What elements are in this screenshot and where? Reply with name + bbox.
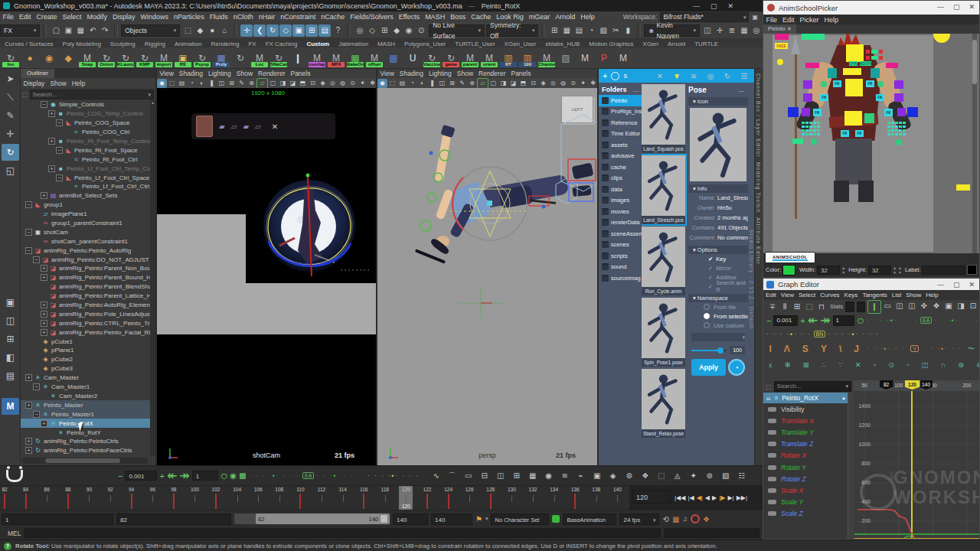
textured-icon[interactable]: ▱ (256, 78, 268, 89)
anim-layer-field[interactable]: BaseAnimation (563, 514, 616, 525)
shelf-item-channe[interactable]: MChanne (537, 48, 556, 68)
shelf-item-klaunch[interactable]: ↻KLaunch (116, 48, 135, 68)
keyframe-tick-88[interactable] (67, 494, 69, 509)
key-settings-icon[interactable]: ❖ (703, 515, 710, 523)
menu-item--[interactable]: ⊕ (974, 360, 980, 369)
menu-item-edit[interactable]: Edit (763, 292, 779, 298)
icon-17[interactable]: ⊚ (704, 470, 716, 482)
picker-button[interactable] (803, 80, 812, 89)
animbot-minus-button[interactable]: − (766, 316, 771, 325)
outliner-item-peinto-rt-foot-space[interactable]: −◣Peinto_Rt_Foot_Space (21, 145, 150, 155)
loop-icon[interactable]: ⟲ (662, 515, 668, 523)
shelf-item-psyop[interactable]: ↻Psyop (193, 48, 211, 68)
step-forward-frame-button[interactable]: ▶| (727, 493, 734, 503)
menu-item-edit[interactable]: Edit (17, 13, 34, 21)
mel-input[interactable] (24, 528, 661, 538)
picker-button[interactable] (805, 63, 819, 68)
shelf-tab-xgen[interactable]: XGen (639, 41, 663, 47)
menu-item--[interactable]: ✻ (782, 360, 793, 369)
selection-mode-dropdown[interactable]: Objects▾ (121, 24, 180, 37)
outliner-item-group1[interactable]: −◣group1 (21, 201, 150, 210)
menu-item-help[interactable]: Help (69, 80, 87, 87)
folder-images[interactable]: images (599, 195, 642, 207)
stats-value-field[interactable] (857, 302, 865, 312)
picker-button[interactable] (879, 50, 883, 54)
height-field[interactable]: 32 (868, 266, 891, 275)
folder-reference[interactable]: Reference (599, 117, 642, 129)
section-options[interactable]: ▾ Options (688, 246, 748, 254)
close-button[interactable]: ✕ (728, 2, 734, 10)
outliner-item-animrig-peinto-parent-non-bound-and-proxy-he[interactable]: +◪animRig_Peinto:Parent_Non_Bound_and_Pr… (21, 264, 150, 273)
ab-slider-3[interactable]: · · · ·▪· · · · (368, 472, 420, 479)
ge-current-frame-marker[interactable]: 120 (905, 380, 920, 390)
charset-caret-icon[interactable]: ▾ (485, 516, 488, 522)
time-slider[interactable]: 1208284868890929496981001021041061081101… (0, 485, 629, 510)
maximize-button[interactable]: ▢ (710, 2, 717, 10)
shelf-tab-poly-modeling[interactable]: Poly Modeling (58, 41, 106, 47)
picker-button[interactable] (956, 184, 970, 191)
open-scene-icon[interactable]: ▣ (62, 24, 74, 37)
wireframe-icon[interactable]: ✎ (237, 79, 247, 88)
shelf-tab-animation[interactable]: Animation (170, 41, 207, 47)
outliner-item-peinto-master1[interactable]: −✳Peinto_Master1 (21, 409, 150, 419)
filter-icon[interactable]: ▼ (671, 70, 683, 82)
bookmark-icon[interactable]: ◔ (187, 79, 197, 88)
icon-3[interactable]: ◫ (906, 300, 918, 312)
menu-item-renderer[interactable]: Renderer (256, 70, 288, 77)
ab-plus-button[interactable]: + (159, 471, 164, 481)
picker-button[interactable] (871, 56, 877, 60)
range-slider[interactable]: 82 140 (234, 514, 390, 524)
animation-end-field[interactable]: 140 (431, 514, 472, 525)
menu-item-fields-solvers[interactable]: Fields/Solvers (348, 13, 397, 21)
outliner-item-cam-master2[interactable]: ✳Cam_Master2 (21, 392, 150, 401)
pose-thumbnail-run-cycle-anim[interactable]: Run_Cycle.anim (642, 227, 685, 295)
ease-icon[interactable]: 〜 (968, 344, 975, 354)
select-camera-icon[interactable]: ◉ (377, 79, 387, 88)
section-info[interactable]: ▾ Info (688, 184, 748, 193)
menu-item-panels[interactable]: Panels (288, 70, 313, 77)
menu-item-panels[interactable]: Panels (508, 70, 534, 77)
animbot-value-field[interactable]: 0.001 (773, 315, 798, 326)
menu-item-list[interactable]: List (890, 292, 903, 298)
menu-item-tangents[interactable]: Tangents (860, 292, 889, 298)
outliner-vertical-scrollbar[interactable]: ▲ (150, 100, 155, 456)
lasso-tool-icon[interactable]: ⟍ (2, 89, 19, 106)
folder-movies[interactable]: movies (599, 206, 642, 217)
outliner-item-animrig-peinto-peinto-facial-rig[interactable]: +◪animRig_Peinto:Peinto_Facial_Rig (21, 328, 150, 337)
picker-button[interactable] (907, 107, 918, 117)
blend-value[interactable]: 100 (730, 346, 745, 354)
layout-single-icon[interactable]: ▣ (2, 294, 19, 311)
picker-button[interactable] (788, 107, 799, 117)
toggle-attributeeditor-icon[interactable]: ≣ (726, 24, 738, 37)
library-search-input[interactable]: s (623, 72, 650, 80)
tangent-slider-2[interactable]: · · ·▪· · · (924, 345, 962, 352)
pause-viewport-icon[interactable]: ▮ (622, 24, 634, 37)
icon-3[interactable]: ⊟ (479, 470, 491, 482)
four-panes-icon[interactable]: ⊞ (227, 79, 237, 88)
shelf-tab-rendering[interactable]: Rendering (206, 41, 243, 47)
shelf-tab-xgen-user[interactable]: XGen_User (500, 41, 541, 47)
animation-start-field[interactable]: 1 (2, 514, 113, 525)
sym-axis-icon[interactable]: ⊙ (415, 24, 427, 37)
icon-4[interactable]: ◫ (495, 470, 507, 482)
shelf-item-game[interactable]: ↻game (442, 48, 460, 68)
shelf-item-32[interactable]: M (614, 48, 632, 68)
picker-maximize-button[interactable]: ▢ (953, 3, 960, 11)
filter-channels-icon[interactable]: ⬚ (766, 383, 772, 390)
icon-6[interactable]: ▦ (527, 470, 539, 482)
outliner-item-peinto-roty[interactable]: ✳Peinto_RotY (21, 428, 150, 437)
icon-0[interactable]: ∿ (430, 470, 443, 482)
image-plane-icon[interactable]: ◐ (197, 79, 207, 88)
picker-scrollbar[interactable] (972, 34, 977, 253)
sidebar-tab-attribute-editor[interactable]: Attribute Editor (756, 217, 761, 265)
motion-blur-icon[interactable]: ⬒ (298, 79, 308, 88)
icon-1[interactable]: ⫴ (779, 301, 791, 313)
shelf-tab-turtle[interactable]: TURTLE (690, 41, 723, 47)
menu-item-display[interactable]: Display (110, 13, 139, 21)
render-settings-icon[interactable]: ▤ (573, 24, 585, 37)
outliner-item-simple-controls[interactable]: −◉Simple_Controls (21, 100, 150, 109)
depth-of-field-icon[interactable]: ◈ (318, 79, 328, 88)
namespace-dropdown[interactable]: ▾ (691, 333, 745, 341)
undo-icon[interactable]: ↶ (87, 24, 99, 37)
outliner-item-animrig-peinto-peintoctrls[interactable]: +↻animRig_Peinto:PeintoCtrls (21, 437, 150, 446)
